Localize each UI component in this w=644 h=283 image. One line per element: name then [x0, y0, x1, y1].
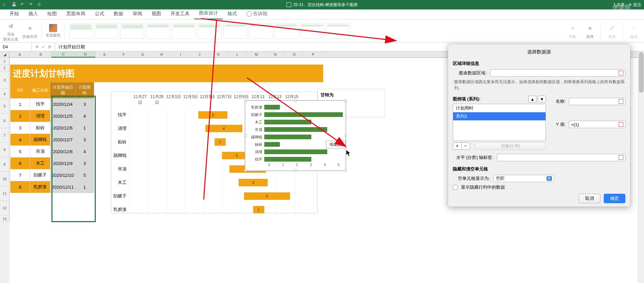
watermark: 虎课网 [612, 3, 630, 11]
lightbulb-icon [246, 11, 252, 17]
formula-buttons: ✕ ✓ fx [32, 43, 55, 51]
dialog-warning: 图表数据区域因太复杂而无法显示。如果选择新的数据区域，则将替换系列面板上的所有数… [453, 79, 625, 91]
filename: 25-31、层次结构-树状图等多个图表 [293, 2, 358, 8]
add-chart-element[interactable]: 📊 添加 图表元素 [3, 20, 18, 42]
doc-title: 25-31、层次结构-树状图等多个图表 [286, 2, 358, 8]
haxis-input[interactable] [497, 154, 625, 161]
change-color[interactable]: 更改颜色 [46, 24, 61, 38]
move-down-button[interactable]: ▼ [538, 96, 546, 102]
change-type[interactable]: 📈 更改 [605, 23, 619, 39]
resize-handle[interactable] [344, 134, 347, 137]
undo-icon[interactable]: ↶ [20, 2, 26, 7]
legend-section-header: 图例项 (系列): [453, 96, 481, 102]
switch-icon: ⇄ [567, 23, 578, 33]
cancel-button[interactable]: 取消 [579, 194, 600, 203]
switch-rc[interactable]: ⇄ 切换 [565, 23, 579, 39]
plot-area-label: 绘图区 [326, 141, 346, 148]
chart-element-icon: 📊 [5, 20, 16, 31]
save-icon[interactable]: 💾 [12, 2, 17, 7]
move-chart[interactable]: ⬚ 移动 [627, 23, 641, 39]
empty-cells-select[interactable]: 空距 ⇅ [493, 175, 554, 182]
range-picker-icon[interactable] [619, 155, 623, 160]
tab-view[interactable]: 视图 [147, 9, 166, 19]
select-data[interactable]: ⊞ 选择 [583, 23, 597, 39]
yvalue-input[interactable]: ={1} [569, 121, 625, 128]
tab-review[interactable]: 审阅 [128, 9, 147, 19]
data-range-label: 图表数据区域: [453, 70, 487, 76]
sheet-title: 进度计划甘特图 [10, 65, 323, 82]
switch-row-col-button[interactable]: 切换行/列 [475, 142, 546, 150]
chart-styles-gallery[interactable] [69, 23, 350, 39]
range-picker-icon[interactable] [619, 71, 623, 75]
row-headers: ◢ 1 2 3 4 5 6 7 8 9 10 11 12 13 [0, 51, 9, 283]
print-icon[interactable]: ⎙ [38, 2, 43, 7]
tab-data[interactable]: 数据 [109, 9, 128, 19]
range-picker-icon[interactable] [619, 122, 623, 127]
comments-button[interactable]: ✎ 批注 [629, 2, 641, 8]
tab-chart-design[interactable]: 图表设计 [194, 8, 223, 19]
tab-format[interactable]: 格式 [223, 9, 242, 19]
move-icon: ⬚ [628, 23, 639, 33]
enter-icon[interactable]: ✓ [42, 44, 45, 49]
fx-icon[interactable]: fx [48, 44, 51, 49]
change-type-icon: 📈 [606, 23, 617, 33]
region-section-header: 区域详细信息 [453, 61, 625, 67]
range-picker-icon[interactable] [619, 99, 623, 104]
remove-series-button[interactable]: − [461, 142, 470, 150]
resize-handle[interactable] [294, 169, 297, 172]
ribbon-tabs: 开始 插入 绘图 页面布局 公式 数据 审阅 视图 开发工具 图表设计 格式 告… [0, 9, 644, 20]
series-listbox[interactable]: 计划用时 系列2 [453, 104, 546, 141]
tell-me[interactable]: 告诉我 [242, 9, 272, 19]
resize-handle[interactable] [344, 169, 347, 172]
name-field-label: 名称: [551, 98, 565, 104]
tab-layout[interactable]: 页面布局 [62, 9, 90, 19]
v-scrollbar[interactable] [638, 51, 644, 283]
redo-icon[interactable]: ↷ [29, 2, 35, 7]
tab-draw[interactable]: 绘图 [43, 9, 62, 19]
scrollbar-thumb[interactable] [639, 52, 644, 93]
select-data-icon: ⊞ [584, 23, 595, 33]
excel-doc-icon [286, 2, 291, 7]
empty-cells-label: 空单元格显示为: [453, 175, 490, 182]
move-up-button[interactable]: ▲ [528, 96, 536, 102]
ribbon: 📊 添加 图表元素 ⊞ 快速布局 更改颜色 ⇄ 切换 ⊞ 选择 📈 更改 [0, 20, 644, 43]
data-table: NO 施工任务 计划开始日期 计划用时 1找平2020/12/432清理2020… [10, 82, 94, 193]
haxis-label: 水平 (分类) 轴标签: [453, 155, 493, 161]
name-box[interactable]: D4 [0, 43, 32, 51]
dropdown-icon: ⇅ [547, 176, 552, 181]
cancel-icon[interactable]: ✕ [35, 44, 39, 49]
resize-handle[interactable] [244, 99, 247, 102]
titlebar: ⌂ 💾 ↶ ↷ ⎙ 25-31、层次结构-树状图等多个图表 ⤴ 共享 ✎ 批注 [0, 0, 644, 9]
resize-handle[interactable] [294, 99, 297, 102]
tab-formula[interactable]: 公式 [90, 9, 109, 19]
qat: ⌂ 💾 ↶ ↷ ⎙ [3, 2, 43, 7]
quick-layout[interactable]: ⊞ 快速布局 [22, 23, 37, 39]
add-series-button[interactable]: + [453, 142, 462, 150]
resize-handle[interactable] [344, 99, 347, 102]
tab-home[interactable]: 开始 [5, 9, 24, 19]
select-data-dialog[interactable]: 选择数据源 区域详细信息 图表数据区域: 图表数据区域因太复杂而无法显示。如果选… [448, 44, 630, 207]
hidden-section-header: 隐藏和清空单元格 [453, 166, 625, 172]
tab-insert[interactable]: 插入 [24, 9, 43, 19]
dialog-title: 选择数据源 [453, 48, 625, 58]
ok-button[interactable]: 确定 [604, 194, 625, 203]
select-all-corner[interactable]: ◢ [0, 51, 9, 58]
show-hidden-label: 显示隐藏行列中的数据 [461, 184, 505, 190]
data-range-input[interactable] [490, 69, 625, 77]
quick-layout-icon: ⊞ [24, 23, 35, 33]
resize-handle[interactable] [244, 134, 247, 137]
mini-bar-chart[interactable]: 乳胶漆刮腻子木工吊顶踢脚线贴砖清理找平 012345 [245, 100, 346, 171]
palette-icon [49, 24, 57, 32]
series-name-input[interactable] [569, 98, 625, 105]
yvalue-field-label: Y 值: [551, 121, 565, 127]
show-hidden-checkbox[interactable] [453, 185, 458, 190]
home-icon[interactable]: ⌂ [3, 2, 8, 7]
resize-handle[interactable] [244, 169, 247, 172]
tab-developer[interactable]: 开发工具 [166, 9, 194, 19]
